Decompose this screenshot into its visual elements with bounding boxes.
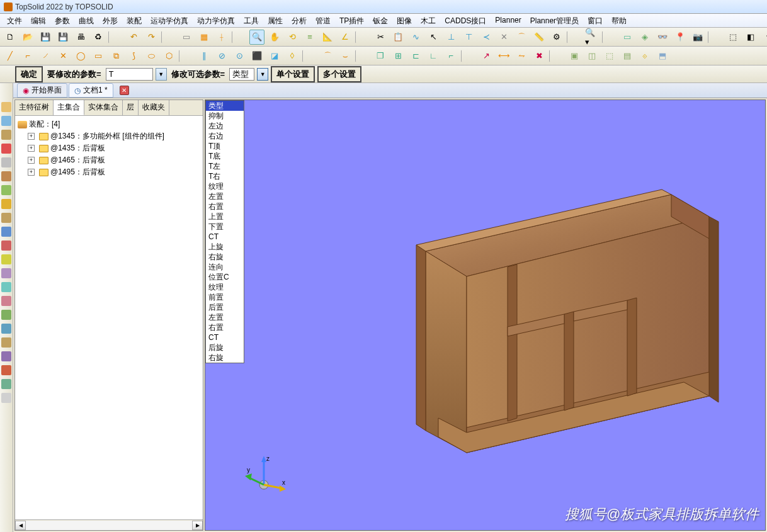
dropdown-option[interactable]: 连向: [206, 262, 244, 272]
delete-icon[interactable]: ✖: [531, 48, 547, 64]
dropdown-option[interactable]: T底: [206, 151, 244, 161]
menu-item[interactable]: 动力学仿真: [193, 14, 239, 27]
zoom-window-icon[interactable]: ▭: [179, 30, 194, 45]
glasses-icon[interactable]: 👓: [655, 30, 670, 45]
tool-icon[interactable]: [1, 254, 11, 264]
param-input-1[interactable]: [106, 68, 153, 81]
rect-icon[interactable]: ▭: [91, 48, 106, 64]
scroll-track[interactable]: [26, 521, 192, 530]
save-all-icon[interactable]: 💾: [55, 30, 71, 45]
tool-icon[interactable]: [1, 213, 11, 223]
compass-icon[interactable]: ✕: [496, 30, 511, 45]
menu-item[interactable]: 木工: [416, 14, 440, 27]
dropdown-option[interactable]: T左: [206, 161, 244, 171]
tool-icon[interactable]: [1, 351, 11, 361]
dropdown-arrow-icon[interactable]: ▼: [257, 68, 268, 81]
menu-item[interactable]: 窗口: [583, 14, 607, 27]
dropdown-option[interactable]: CT: [206, 332, 244, 342]
tool-icon[interactable]: ⬒: [655, 48, 670, 64]
dropdown-option[interactable]: 前置: [206, 292, 244, 302]
tool-icon[interactable]: ⟐: [637, 48, 652, 64]
close-tab-button[interactable]: ✕: [120, 86, 129, 95]
dim-icon[interactable]: ⥊: [514, 48, 529, 64]
box3d-icon[interactable]: ⬛: [249, 48, 264, 64]
view-top-icon[interactable]: ▭: [620, 30, 635, 45]
multi-setting-button[interactable]: 多个设置: [317, 66, 361, 82]
tab-document[interactable]: ◷ 文档1 *: [69, 83, 113, 98]
surf-icon[interactable]: ◊: [285, 48, 300, 64]
confirm-button[interactable]: 确定: [15, 66, 43, 82]
menu-item[interactable]: 帮助: [607, 14, 631, 27]
tree-tab[interactable]: 层: [123, 100, 139, 115]
tool-icon[interactable]: [1, 365, 11, 375]
hatch-icon[interactable]: ∥: [196, 48, 212, 64]
curve-icon[interactable]: ⌒: [320, 48, 335, 64]
measure-icon[interactable]: 📏: [531, 30, 547, 45]
angle-icon[interactable]: ∠: [338, 30, 353, 45]
tree-item[interactable]: +@1345：多功能外框 [组件的组件]: [18, 130, 200, 142]
view-iso-icon[interactable]: ◈: [637, 30, 652, 45]
layers-icon[interactable]: ≡: [302, 30, 317, 45]
tool-icon[interactable]: [1, 379, 11, 389]
tool-icon[interactable]: ✕: [55, 48, 71, 64]
tree-tab[interactable]: 主集合: [54, 100, 84, 115]
grid-icon[interactable]: ▦: [196, 30, 212, 45]
dropdown-option[interactable]: T右: [206, 171, 244, 181]
menu-item[interactable]: Planner管理员: [526, 14, 583, 27]
copy-icon[interactable]: 📋: [390, 30, 406, 45]
3d-viewport[interactable]: 类型抑制左边右边T顶T底T左T右纹理左置右置上置下置CT上旋右旋连向位置C纹理前…: [205, 99, 766, 531]
new-icon[interactable]: 🗋: [3, 30, 18, 45]
dropdown-option[interactable]: 左置: [206, 191, 244, 201]
dropdown-option[interactable]: 后旋: [206, 342, 244, 353]
expand-icon[interactable]: +: [28, 169, 35, 176]
tool-icon[interactable]: [1, 324, 11, 334]
tool-icon[interactable]: [1, 102, 11, 112]
dropdown-option[interactable]: CT: [206, 232, 244, 242]
menu-item[interactable]: 装配: [122, 14, 146, 27]
dropdown-option[interactable]: 右边: [206, 131, 244, 141]
tree-tab[interactable]: 实体集合: [84, 100, 123, 115]
tree-item[interactable]: +@1495：后背板: [18, 166, 200, 178]
dropdown-option[interactable]: 纹理: [206, 282, 244, 292]
expand-icon[interactable]: +: [28, 157, 35, 164]
camera-icon[interactable]: 📷: [690, 30, 705, 45]
tool-icon[interactable]: [1, 185, 11, 195]
param-input-2[interactable]: [229, 68, 254, 81]
menu-item[interactable]: CADDS接口: [440, 14, 491, 27]
dropdown-arrow-icon[interactable]: ▼: [156, 68, 167, 81]
tool-icon[interactable]: ▾: [761, 30, 767, 45]
zoom-fit-icon[interactable]: 🔍: [249, 30, 264, 45]
expand-icon[interactable]: +: [28, 133, 35, 140]
tool-icon[interactable]: [1, 282, 11, 292]
dropdown-option[interactable]: 左边: [206, 121, 244, 131]
solid-icon[interactable]: ◫: [584, 48, 599, 64]
dropdown-option[interactable]: 后置: [206, 302, 244, 312]
tool-icon[interactable]: ⊤: [461, 30, 476, 45]
tree-tab[interactable]: 主特征树: [15, 100, 54, 115]
tool-icon[interactable]: [1, 227, 11, 237]
dropdown-option[interactable]: 类型: [206, 101, 244, 111]
tool-icon[interactable]: [1, 171, 11, 181]
tree-tab[interactable]: 收藏夹: [139, 100, 169, 115]
frame-icon[interactable]: ⧉: [108, 48, 123, 64]
tool-icon[interactable]: [1, 116, 11, 126]
dropdown-option[interactable]: 下置: [206, 222, 244, 232]
arrow-icon[interactable]: ↗: [479, 48, 494, 64]
ellipse-icon[interactable]: ⬭: [144, 48, 159, 64]
tool-icon[interactable]: [1, 199, 11, 209]
dropdown-option[interactable]: 上置: [206, 212, 244, 222]
dropdown-option[interactable]: 上旋: [206, 242, 244, 252]
dropdown-option[interactable]: 抑制: [206, 111, 244, 121]
ruler-icon[interactable]: ⟊: [214, 30, 229, 45]
menu-item[interactable]: 工具: [239, 14, 263, 27]
tree-item[interactable]: +@1435：后背板: [18, 142, 200, 154]
solid-icon[interactable]: ▣: [567, 48, 582, 64]
menu-item[interactable]: 分析: [287, 14, 311, 27]
open-icon[interactable]: 📂: [20, 30, 35, 45]
tool-icon[interactable]: [1, 130, 11, 140]
menu-item[interactable]: Planner: [491, 14, 525, 27]
measure-icon[interactable]: 📐: [320, 30, 335, 45]
scroll-left-icon[interactable]: ◀: [15, 521, 26, 530]
cut-icon[interactable]: ✂: [373, 30, 388, 45]
dropdown-option[interactable]: 右旋: [206, 353, 244, 363]
